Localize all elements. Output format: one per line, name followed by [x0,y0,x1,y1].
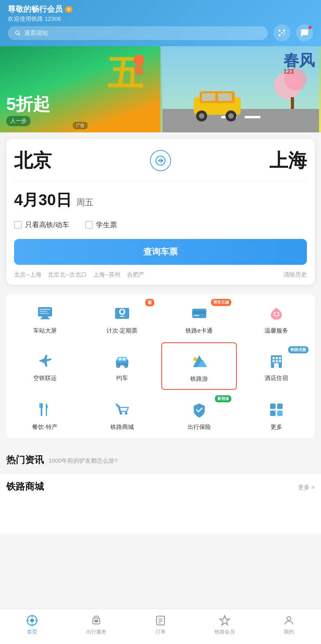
grid-label-hotel: 酒店住宿 [265,374,288,382]
notification-dot [308,26,312,29]
message-button[interactable] [296,24,313,42]
grid-label-rail-shop: 铁路商城 [110,423,134,431]
nav-travel-label: 出行服务 [86,628,106,635]
high-speed-option[interactable]: 只看高铁/动车 [14,220,69,230]
grid-item-air-rail[interactable]: 空铁联运 [6,342,83,391]
user-greeting-text: 尊敬的畅行会员 [8,4,63,14]
history-item-3[interactable]: 上海--苏州 [93,271,121,279]
svg-rect-74 [270,411,276,416]
grid-item-insurance[interactable]: 新冠保 出行保险 [160,391,238,438]
svg-rect-2 [279,34,281,36]
svg-rect-24 [218,93,232,101]
to-city[interactable]: 上海 [269,148,307,173]
station-screen-icon [34,303,56,324]
departure-day: 周五 [76,197,94,208]
header: 尊敬的畅行会员 V 欢迎使用铁路 12306 退票须知 [0,0,321,46]
svg-point-90 [287,617,291,620]
banner-discount-text: 折起 [16,94,50,114]
grid-item-warm-service[interactable]: 温馨服务 [238,294,315,342]
svg-point-77 [30,619,34,622]
student-checkbox[interactable] [85,221,93,229]
high-speed-label: 只看高铁/动车 [25,220,69,230]
history-item-2[interactable]: 北京北--古北口 [48,271,87,279]
banner-discount-prefix: 5 [6,94,16,114]
nav-profile[interactable]: 我的 [257,609,321,640]
svg-point-71 [124,412,127,415]
from-city[interactable]: 北京 [14,148,52,173]
high-speed-checkbox[interactable] [14,221,22,229]
svg-rect-13 [245,116,260,118]
rail-shop-more-link[interactable]: 更多 > [298,484,315,491]
options-row: 只看高铁/动车 学生票 [14,220,307,230]
search-bar[interactable]: 退票须知 [8,26,268,40]
user-name-row: 尊敬的畅行会员 V [8,4,72,14]
swap-cities-button[interactable] [150,150,171,171]
grid-item-station-screen[interactable]: 车站大屏 [6,294,83,342]
grid-item-car-booking[interactable]: 约车 [83,342,160,391]
svg-rect-49 [119,358,122,360]
history-item-1[interactable]: 北京--上海 [14,271,41,279]
user-info: 尊敬的畅行会员 V 欢迎使用铁路 12306 [8,4,72,23]
nav-orders[interactable]: 订单 [128,609,193,640]
grid-item-hotel[interactable]: 铁路优惠 酒店住宿 [238,342,315,391]
nav-travel[interactable]: 出行服务 [64,609,128,640]
nav-home[interactable]: 首页 [0,609,64,640]
grid-item-rail-tour[interactable]: 铁路游 [161,342,237,390]
header-search-row: 退票须知 [8,24,313,42]
svg-rect-23 [202,93,215,101]
nav-membership[interactable]: 铁路会员 [193,609,257,640]
periodic-ticket-badge: 新 [145,299,154,306]
grid-label-station-screen: 车站大屏 [33,327,57,335]
rail-shop-header: 铁路商城 更多 > [6,480,315,494]
search-icon [14,29,21,36]
grid-item-rail-shop[interactable]: 铁路商城 [83,391,160,438]
rail-tour-icon [189,351,210,372]
svg-rect-57 [279,357,281,359]
grid-label-insurance: 出行保险 [188,423,211,431]
travel-nav-icon [90,614,103,627]
clear-history-button[interactable]: 清除历史 [283,271,307,279]
svg-rect-31 [40,313,49,314]
hot-news-title: 热门资讯 [6,454,44,466]
banner-spring-text: 春风 [283,52,315,68]
nav-membership-label: 铁路会员 [215,628,235,635]
grid-label-rail-tour: 铁路游 [190,375,208,383]
grid-label-more: 更多 [271,423,282,431]
scan-button[interactable] [273,24,290,42]
ticket-search-card: 北京 上海 4月30日 周五 只看高铁/动车 学生票 查询车票 北京--上海 北… [6,139,315,285]
grid-label-warm-service: 温馨服务 [265,327,288,335]
banner-right[interactable]: 春风 123 [160,46,321,132]
svg-rect-73 [277,403,283,409]
hot-news-subtitle: 1000年前的驴友都怎么游? [49,457,118,465]
banner: 五 5折起 人一步 广告 [0,46,321,132]
banner-left[interactable]: 五 5折起 人一步 广告 [0,46,160,132]
grid-label-car-booking: 约车 [116,374,128,382]
svg-rect-30 [40,311,47,312]
student-option[interactable]: 学生票 [85,220,117,230]
rail-shop-icon [112,399,133,420]
ecard-badge: 乘车立减 [211,299,231,306]
grid-item-periodic-ticket[interactable]: 新 计次·定期票 [83,294,160,342]
date-row[interactable]: 4月30日 周五 [14,189,307,211]
search-tickets-button[interactable]: 查询车票 [14,239,307,265]
svg-rect-28 [40,318,50,319]
grid-item-ecard[interactable]: 乘车立减 铁路e卡通 [160,294,238,342]
grid-item-more[interactable]: 更多 [238,391,315,438]
svg-rect-60 [279,360,281,362]
swap-icon [155,155,166,166]
services-grid-section: 车站大屏 新 计次·定期票 乘车立减 [0,291,321,444]
svg-rect-86 [157,616,164,625]
grid-item-food[interactable]: 餐饮·特产 [6,391,83,438]
banner-right-sub: 123 [283,68,315,75]
svg-rect-16 [291,97,294,109]
departure-date[interactable]: 4月30日 [14,189,72,211]
search-placeholder-text: 退票须知 [24,29,48,37]
svg-point-46 [117,365,119,367]
history-item-4[interactable]: 合肥产 [127,271,144,279]
warm-service-icon [266,303,287,324]
scan-icon [278,29,286,37]
profile-nav-icon [283,614,295,627]
svg-point-22 [228,113,234,119]
svg-rect-9 [135,65,143,75]
banner-illustration: 五 [106,50,153,101]
